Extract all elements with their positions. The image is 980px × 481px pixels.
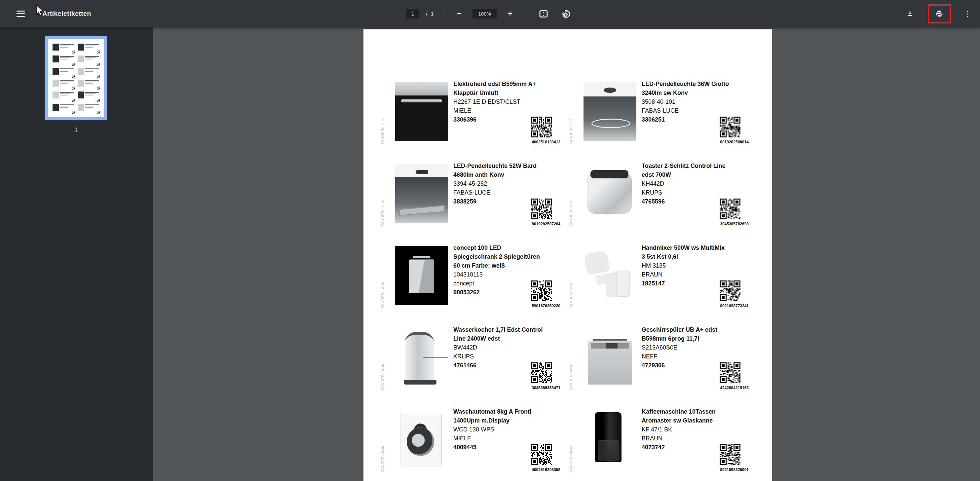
rotate-counterclockwise-icon bbox=[561, 9, 571, 19]
product-title-line: Line 2400W edst bbox=[453, 334, 563, 343]
toolbar-separator bbox=[526, 10, 527, 18]
product-model: HM 3135 bbox=[642, 261, 751, 270]
product-title: Wasserkocher 1,7l Edst ControlLine 2400W… bbox=[453, 325, 563, 343]
product-title: Handmixer 500W ws MultiMix3 5st Kst 0,6l bbox=[642, 243, 751, 261]
product-label: ZANDERonline Waschautomat 8kg A Frontl14… bbox=[380, 407, 558, 479]
product-title-line: 60 cm Farbe: weiß bbox=[453, 261, 563, 270]
product-title: Elektroherd edst B595mm A+Klapptür Umluf… bbox=[453, 79, 563, 97]
watermark-text: ZANDERonline bbox=[381, 243, 385, 308]
product-title-line: Kaffeemaschine 10Tassen bbox=[642, 407, 751, 416]
watermark-text: ZANDERonline bbox=[569, 162, 573, 226]
thumbnail-mini-label bbox=[78, 68, 100, 78]
watermark-text: ZANDERonline bbox=[381, 162, 385, 226]
print-button[interactable] bbox=[931, 6, 947, 22]
product-title-line: Aromaster sw Glaskanne bbox=[642, 416, 751, 425]
thumbnail-page-preview bbox=[48, 39, 104, 117]
product-image bbox=[584, 328, 636, 387]
product-brand: MIELE bbox=[453, 106, 563, 115]
ean-number: 8019282508014 bbox=[676, 140, 749, 144]
zoom-in-button[interactable]: + bbox=[504, 7, 517, 21]
more-options-button[interactable]: ⋮ bbox=[961, 7, 974, 21]
product-model: H2267-1E D EDST/CLST bbox=[453, 97, 563, 106]
product-title-line: Geschirrspüler UB A+ edst bbox=[642, 325, 751, 334]
product-label: ZANDERonline Elektroherd edst B595mm A+K… bbox=[380, 79, 558, 151]
thumbnail-mini-label bbox=[52, 104, 75, 114]
watermark-text: ZANDERonline bbox=[569, 79, 573, 144]
toolbar-separator bbox=[443, 10, 444, 18]
product-model: 3394-45-282 bbox=[453, 179, 563, 188]
thumbnail-sidebar: 1 bbox=[0, 27, 153, 481]
ean-number: 8021098773241 bbox=[676, 303, 749, 308]
mouse-cursor bbox=[35, 4, 46, 17]
print-icon bbox=[935, 9, 944, 19]
product-title-line: LED-Pendelleuchte 36W Giotto bbox=[642, 79, 751, 89]
product-title: Geschirrspüler UB A+ edstB598mm 6prog 11… bbox=[642, 325, 751, 343]
thumbnail-mini-label bbox=[52, 44, 75, 54]
product-title-line: 4680lm anth Konv bbox=[453, 170, 563, 179]
page-total: 1 bbox=[431, 11, 434, 17]
ean-number: 5901676350220 bbox=[488, 303, 560, 308]
thumbnail-mini-label bbox=[78, 56, 100, 66]
watermark-text: ZANDERonline bbox=[569, 325, 573, 390]
toolbar-right: ⋮ bbox=[902, 4, 980, 24]
page-number-input[interactable] bbox=[406, 9, 419, 19]
thumbnail-page-number: 1 bbox=[45, 126, 107, 134]
product-title-line: Wasserkocher 1,7l Edst Control bbox=[453, 325, 563, 334]
product-label: ZANDERonline LED-Pendelleuchte 52W Bard4… bbox=[380, 162, 558, 233]
qr-code bbox=[720, 362, 740, 383]
product-image bbox=[395, 246, 448, 305]
watermark-text: ZANDERonline bbox=[381, 325, 385, 390]
hamburger-icon bbox=[16, 11, 25, 17]
product-label: ZANDERonline Toaster 2-Schlitz Control L… bbox=[568, 162, 747, 233]
qr-code bbox=[531, 198, 552, 219]
product-title-line: 3 5st Kst 0,6l bbox=[642, 252, 751, 261]
rotate-button[interactable] bbox=[558, 6, 574, 22]
qr-code bbox=[531, 117, 552, 137]
zoom-level: 100% bbox=[473, 9, 497, 19]
product-label: ZANDERonline Wasserkocher 1,7l Edst Cont… bbox=[380, 325, 558, 397]
ean-number: 4002516208358 bbox=[488, 467, 560, 472]
product-title-line: Waschautomat 8kg A Frontl bbox=[453, 407, 563, 416]
watermark-text: ZANDERonline bbox=[381, 79, 385, 144]
page-count-label: / 1 bbox=[426, 11, 433, 17]
thumbnail-mini-label bbox=[78, 92, 100, 102]
page-thumbnail[interactable] bbox=[45, 37, 107, 120]
thumbnail-mini-label bbox=[52, 56, 75, 66]
thumbnail-mini-label bbox=[52, 68, 75, 78]
document-title: Artikeletiketten bbox=[42, 10, 91, 17]
pdf-page: ZANDERonline Elektroherd edst B595mm A+K… bbox=[363, 29, 772, 481]
product-image bbox=[395, 410, 448, 469]
watermark-text: ZANDERonline bbox=[569, 243, 573, 308]
product-model: 3508-40-101 bbox=[642, 97, 751, 106]
document-viewer: ZANDERonline Elektroherd edst B595mm A+K… bbox=[153, 27, 980, 481]
product-image bbox=[584, 246, 636, 305]
watermark-text: ZANDERonline bbox=[569, 407, 573, 472]
product-title-line: edst 700W bbox=[642, 170, 751, 179]
product-title-line: LED-Pendelleuchte 52W Bard bbox=[453, 162, 563, 170]
toolbar: Artikeletiketten / 1 − 100% + bbox=[0, 0, 980, 27]
menu-button[interactable] bbox=[13, 6, 29, 22]
zoom-out-button[interactable]: − bbox=[453, 7, 466, 21]
product-title-line: Toaster 2-Schlitz Control Line bbox=[642, 162, 751, 170]
product-title-line: Handmixer 500W ws MultiMix bbox=[642, 243, 751, 252]
download-icon bbox=[906, 10, 914, 18]
product-title-line: Elektroherd edst B595mm A+ bbox=[453, 79, 563, 89]
ean-number: 3045385782698 bbox=[676, 222, 749, 226]
product-model: KH442D bbox=[642, 179, 751, 188]
fit-page-icon bbox=[539, 9, 549, 19]
ean-number: 8021098320001 bbox=[676, 467, 749, 472]
print-highlight-box bbox=[928, 4, 951, 24]
qr-code bbox=[531, 281, 552, 301]
product-label: ZANDERonline Handmixer 500W ws MultiMix3… bbox=[568, 243, 747, 315]
product-title-line: Klapptür Umluft bbox=[453, 89, 563, 97]
product-brand: FABAS-LUCE bbox=[453, 188, 563, 197]
product-label: ZANDERonline LED-Pendelleuchte 36W Giott… bbox=[568, 79, 747, 151]
product-title-line: 1400Upm m.Display bbox=[453, 416, 563, 425]
thumbnail-mini-label bbox=[52, 92, 75, 102]
product-image bbox=[395, 164, 448, 223]
download-button[interactable] bbox=[902, 6, 918, 22]
qr-code bbox=[720, 281, 740, 301]
fit-page-button[interactable] bbox=[536, 6, 552, 22]
product-image bbox=[584, 410, 636, 469]
product-brand: NEFF bbox=[642, 352, 751, 361]
